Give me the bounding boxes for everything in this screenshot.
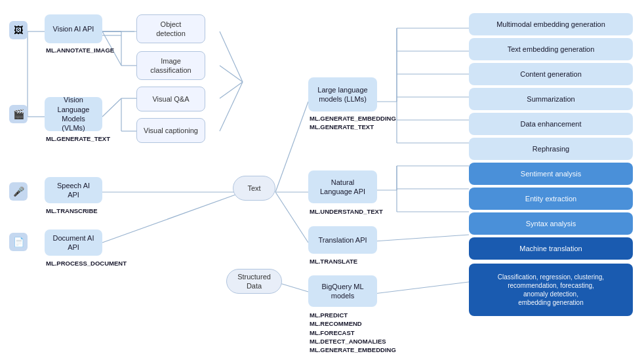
- svg-line-23: [275, 192, 308, 243]
- data-enhance-label: Data enhancement: [521, 119, 582, 129]
- vlm-node: Vision Language Models (VLMs): [45, 97, 102, 131]
- svg-line-15: [220, 31, 243, 82]
- document-ai-label: Document AI API: [51, 233, 96, 252]
- vision-ai-label: Vision AI API: [53, 24, 94, 33]
- translation-api-label: Translation API: [318, 235, 367, 245]
- classification-node: Classification, regression, clustering, …: [469, 264, 633, 316]
- rephrase-label: Rephrasing: [533, 144, 569, 153]
- speech-sublabel: ML.TRANSCRIBE: [46, 207, 98, 215]
- object-detection-node: Object detection: [136, 14, 205, 43]
- nlp-label: Natural Language API: [320, 178, 365, 197]
- text-embedding-node: Text embedding generation: [469, 38, 633, 60]
- svg-line-45: [374, 235, 469, 241]
- translation-api-node: Translation API: [308, 226, 377, 254]
- nlp-sublabel: ML.UNDERSTAND_TEXT: [310, 207, 383, 216]
- sentiment-label: Sentiment analysis: [521, 169, 581, 178]
- svg-line-11: [102, 98, 121, 117]
- speech-ai-label: Speech AI API: [51, 181, 96, 200]
- multimodal-label: Multimodal embedding generation: [496, 20, 605, 29]
- visual-qa-node: Visual Q&A: [136, 87, 205, 111]
- diagram: 🖼 🎬 🎤 📄 Vision AI API ML.ANNOTATE_IMAGE …: [0, 0, 644, 358]
- vlm-label: Vision Language Models (VLMs): [51, 95, 96, 132]
- svg-line-46: [374, 282, 469, 294]
- struct-data-label: Structured Data: [233, 272, 275, 291]
- rephrasing-node: Rephrasing: [469, 138, 633, 160]
- visual-captioning-node: Visual captioning: [136, 118, 205, 143]
- nlp-api-node: Natural Language API: [308, 170, 377, 203]
- svg-line-21: [275, 102, 308, 192]
- visual-qa-label: Visual Q&A: [152, 94, 189, 104]
- llm-label: Large language models (LLMs): [317, 85, 367, 104]
- summarize-label: Summarization: [527, 94, 574, 104]
- svg-line-17: [220, 82, 243, 98]
- text-label: Text: [247, 184, 260, 193]
- classification-label: Classification, regression, clustering, …: [498, 273, 604, 307]
- machine-translation-node: Machine translation: [469, 237, 633, 260]
- bigquery-label: BigQuery ML models: [321, 282, 363, 301]
- audio-icon: 🎤: [9, 182, 28, 201]
- svg-line-16: [220, 66, 243, 82]
- content-gen-node: Content generation: [469, 63, 633, 85]
- bigquery-sublabel: ML.PREDICT ML.RECOMMEND ML.FORECAST ML.D…: [310, 311, 396, 354]
- vision-ai-sublabel: ML.ANNOTATE_IMAGE: [46, 46, 114, 54]
- content-gen-label: Content generation: [520, 70, 582, 79]
- data-enhancement-node: Data enhancement: [469, 113, 633, 135]
- entity-label: Entity extraction: [525, 194, 576, 203]
- llm-sublabel: ML.GENERATE_EMBEDDING ML.GENERATE_TEXT: [310, 114, 396, 132]
- image-classification-node: Image classification: [136, 51, 205, 80]
- text-embed-label: Text embedding generation: [508, 45, 595, 54]
- structured-data-node: Structured Data: [226, 269, 282, 294]
- vlm-sublabel: ML.GENERATE_TEXT: [46, 134, 110, 143]
- img-class-label: Image classification: [150, 56, 191, 75]
- translation-sublabel: ML.TRANSLATE: [310, 257, 357, 266]
- syntax-label: Syntax analysis: [526, 219, 576, 228]
- document-icon: 📄: [9, 233, 28, 251]
- entity-node: Entity extraction: [469, 188, 633, 210]
- summarization-node: Summarization: [469, 88, 633, 110]
- machine-trans-label: Machine translation: [519, 244, 582, 253]
- multimodal-node: Multimodal embedding generation: [469, 13, 633, 35]
- speech-ai-node: Speech AI API: [45, 177, 102, 203]
- document-sublabel: ML.PROCESS_DOCUMENT: [46, 259, 127, 268]
- syntax-node: Syntax analysis: [469, 212, 633, 235]
- document-ai-node: Document AI API: [45, 229, 102, 256]
- visual-cap-label: Visual captioning: [144, 126, 198, 135]
- vision-ai-api-node: Vision AI API: [45, 14, 102, 43]
- text-hub-node: Text: [233, 176, 275, 201]
- obj-detect-label: Object detection: [156, 20, 186, 39]
- svg-line-18: [220, 82, 243, 131]
- llm-node: Large language models (LLMs): [308, 77, 377, 111]
- bigquery-ml-node: BigQuery ML models: [308, 275, 377, 307]
- svg-line-20: [102, 192, 243, 243]
- video-icon: 🎬: [9, 105, 28, 123]
- sentiment-node: Sentiment analysis: [469, 163, 633, 185]
- image-icon: 🖼: [9, 21, 28, 39]
